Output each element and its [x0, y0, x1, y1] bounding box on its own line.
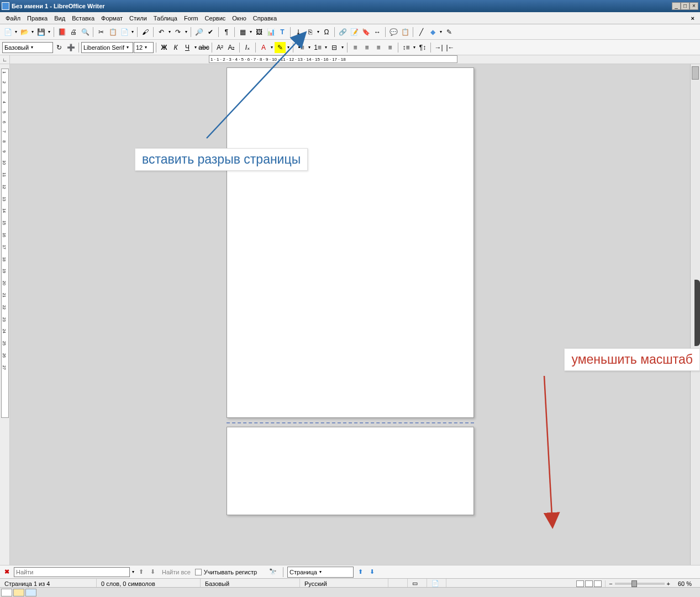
align-left-icon[interactable]: ≡ [350, 42, 361, 53]
cut-icon[interactable]: ✂ [96, 27, 107, 38]
line-spacing-dropdown[interactable]: ▾ [412, 42, 417, 53]
new-icon[interactable]: 📄 [2, 27, 13, 38]
minimize-button[interactable]: _ [672, 2, 681, 10]
footnote-icon[interactable]: 📝 [349, 27, 360, 38]
vertical-scrollbar[interactable] [690, 64, 700, 567]
para-spacing-icon[interactable]: ¶↕ [417, 42, 428, 53]
clear-format-icon[interactable]: Iₓ [242, 42, 253, 53]
page-2[interactable] [227, 427, 474, 515]
menu-form[interactable]: Form [181, 13, 202, 23]
spellcheck-icon[interactable]: ✔ [205, 27, 216, 38]
font-color-icon[interactable]: A [258, 42, 269, 53]
close-button[interactable]: × [690, 2, 698, 10]
font-color-dropdown[interactable]: ▾ [270, 42, 274, 53]
menu-edit[interactable]: Правка [24, 13, 51, 23]
menu-window[interactable]: Окно [229, 13, 250, 23]
menu-styles[interactable]: Стили [126, 13, 150, 23]
draw-icon[interactable]: ✎ [444, 27, 455, 38]
table-dropdown[interactable]: ▾ [249, 27, 253, 38]
paragraph-style-combo[interactable]: Базовый▾ [2, 42, 53, 53]
redo-dropdown[interactable]: ▾ [184, 27, 188, 38]
navigator-icon[interactable]: 🔭 [267, 567, 279, 577]
menu-help[interactable]: Справка [250, 13, 280, 23]
field-dropdown[interactable]: ▾ [316, 27, 320, 38]
find-close-icon[interactable]: ✖ [2, 568, 12, 575]
zoom-out-button[interactable]: − [609, 580, 612, 587]
print-preview-icon[interactable]: 🔍 [80, 27, 91, 38]
scrollbar-thumb[interactable] [692, 66, 699, 80]
navigate-by-combo[interactable]: Страница▾ [287, 567, 354, 578]
menu-table[interactable]: Таблица [150, 13, 181, 23]
tab-button-2[interactable] [13, 589, 24, 596]
nav-next-icon[interactable]: ⬇ [367, 567, 377, 577]
nonprinting-icon[interactable]: ¶ [221, 27, 232, 38]
save-icon[interactable]: 💾 [35, 27, 46, 38]
highlight-icon[interactable]: ✎ [275, 42, 286, 53]
zoom-slider-track[interactable] [615, 583, 665, 585]
find-all-button[interactable]: Найти все [160, 568, 193, 577]
match-case-checkbox[interactable] [195, 569, 202, 575]
shapes-icon[interactable]: ◆ [427, 27, 438, 38]
decrease-indent-icon[interactable]: |← [445, 42, 456, 53]
open-dropdown[interactable]: ▾ [30, 27, 35, 38]
underline-dropdown[interactable]: ▾ [193, 42, 198, 53]
field-icon[interactable]: ⎘ [304, 27, 315, 38]
comment-icon[interactable]: 💬 [388, 27, 399, 38]
highlight-dropdown[interactable]: ▾ [286, 42, 291, 53]
strikethrough-icon[interactable]: abc [198, 42, 209, 53]
align-justify-icon[interactable]: ≡ [385, 42, 396, 53]
export-pdf-icon[interactable]: 📕 [56, 27, 67, 38]
redo-icon[interactable]: ↷ [172, 27, 183, 38]
image-insert-icon[interactable]: 🖼 [254, 27, 265, 38]
print-icon[interactable]: 🖨 [68, 27, 79, 38]
paste-dropdown[interactable]: ▾ [130, 27, 135, 38]
maximize-button[interactable]: □ [681, 2, 690, 10]
undo-icon[interactable]: ↶ [156, 27, 167, 38]
find-input[interactable] [14, 567, 130, 577]
increase-indent-icon[interactable]: →| [433, 42, 444, 53]
find-next-icon[interactable]: ⬇ [148, 567, 157, 577]
new-style-icon[interactable]: ➕ [65, 42, 76, 53]
underline-icon[interactable]: Ч [182, 42, 193, 53]
menu-format[interactable]: Формат [98, 13, 126, 23]
tab-button-3[interactable] [25, 589, 36, 596]
hyperlink-icon[interactable]: 🔗 [337, 27, 348, 38]
update-style-icon[interactable]: ↻ [54, 42, 65, 53]
bullets-dropdown[interactable]: ▾ [307, 42, 312, 53]
nav-prev-icon[interactable]: ⬆ [356, 567, 365, 577]
tab-button-1[interactable] [1, 589, 12, 596]
italic-icon[interactable]: К [170, 42, 181, 53]
menu-file[interactable]: Файл [2, 13, 24, 23]
menu-tools[interactable]: Сервис [202, 13, 229, 23]
menu-insert[interactable]: Вставка [69, 13, 98, 23]
line-spacing-icon[interactable]: ↕≡ [401, 42, 412, 53]
save-dropdown[interactable]: ▾ [47, 27, 51, 38]
font-name-combo[interactable]: Liberation Serif▾ [81, 42, 133, 53]
clone-format-icon[interactable]: 🖌 [140, 27, 151, 38]
new-dropdown[interactable]: ▾ [14, 27, 18, 38]
numbering-icon[interactable]: 1≡ [312, 42, 323, 53]
paste-icon[interactable]: 📄 [119, 27, 130, 38]
vertical-ruler[interactable]: 1234567891011121314151617181920212223242… [0, 64, 10, 567]
superscript-icon[interactable]: A² [214, 42, 225, 53]
align-center-icon[interactable]: ≡ [361, 42, 372, 53]
line-icon[interactable]: ╱ [415, 27, 427, 38]
subscript-icon[interactable]: A₂ [226, 42, 237, 53]
copy-icon[interactable]: 📋 [107, 27, 118, 38]
numbering-dropdown[interactable]: ▾ [324, 42, 328, 53]
find-prev-icon[interactable]: ⬆ [136, 567, 146, 577]
document-canvas[interactable] [10, 64, 690, 567]
book-view-icon[interactable] [594, 580, 602, 587]
find-dropdown[interactable]: ▾ [132, 569, 134, 574]
outline-dropdown[interactable]: ▾ [340, 42, 345, 53]
single-page-icon[interactable] [576, 580, 584, 587]
shapes-dropdown[interactable]: ▾ [439, 27, 443, 38]
outline-icon[interactable]: ⊟ [329, 42, 340, 53]
bullets-icon[interactable]: •≡ [296, 42, 307, 53]
page-1[interactable] [227, 67, 474, 418]
multi-page-icon[interactable] [585, 580, 593, 587]
trackchanges-icon[interactable]: 📋 [399, 27, 410, 38]
crossref-icon[interactable]: ↔ [372, 27, 383, 38]
document-close-icon[interactable]: × [688, 13, 698, 23]
align-right-icon[interactable]: ≡ [373, 42, 384, 53]
